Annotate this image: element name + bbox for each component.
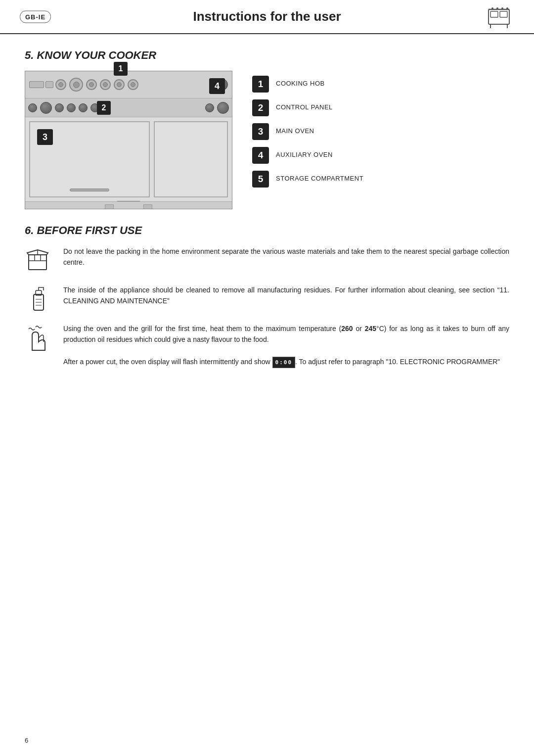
cooker-diagram: 1 <box>25 71 232 209</box>
before-item-2: The inside of the appliance should be cl… <box>25 284 509 314</box>
packing-icon <box>25 246 54 276</box>
before-text-3: Using the oven and the grill for the fir… <box>63 323 509 368</box>
legend-badge-2: 2 <box>252 99 269 116</box>
before-item-3: Using the oven and the grill for the fir… <box>25 323 509 368</box>
control-panel: 2 <box>25 98 232 117</box>
legend-badge-5: 5 <box>252 171 269 188</box>
diagram-label-3: 3 <box>37 129 53 145</box>
svg-rect-2 <box>500 11 507 17</box>
section5-heading: 5. KNOW YOUR COOKER <box>25 49 509 62</box>
page-header: GB-IE Instructions for the user <box>0 0 534 34</box>
legend-badge-4: 4 <box>252 147 269 164</box>
diagram-label-2: 2 <box>97 101 111 115</box>
page-title: Instructions for the user <box>193 9 341 24</box>
digital-display: 0:00 <box>272 357 296 369</box>
diagram-label-1: 1 <box>114 62 128 76</box>
before-item-1: Do not leave the packing in the home env… <box>25 246 509 276</box>
aux-oven-door: 4 <box>154 121 228 197</box>
region-badge: GB-IE <box>20 10 51 23</box>
svg-point-5 <box>496 7 498 9</box>
temp-245: 245 <box>365 325 376 332</box>
svg-rect-1 <box>490 11 498 17</box>
cooker-hob <box>25 71 232 98</box>
appliance-icon <box>487 4 514 29</box>
svg-point-7 <box>506 7 508 9</box>
temp-260: 260 <box>341 325 353 332</box>
page-content: 5. KNOW YOUR COOKER 1 <box>0 34 534 388</box>
oven-body: 3 4 <box>25 117 232 201</box>
storage-compartment: 5 <box>25 201 232 209</box>
page-number: 6 <box>25 737 28 744</box>
main-oven-door: 3 <box>29 121 150 197</box>
legend-item-4: 4 AUXILIARY OVEN <box>252 147 509 164</box>
legend-item-5: 5 STORAGE COMPARTMENT <box>252 171 509 188</box>
oven-heat-icon <box>25 323 54 353</box>
cooker-image: 2 3 <box>25 71 232 209</box>
know-cooker-section: 1 <box>25 71 509 209</box>
legend-label-5: STORAGE COMPARTMENT <box>276 171 363 182</box>
legend-item-1: 1 COOKING HOB <box>252 76 509 93</box>
before-text-2: The inside of the appliance should be cl… <box>63 284 509 307</box>
legend-label-3: MAIN OVEN <box>276 123 314 135</box>
legend-label-1: COOKING HOB <box>276 76 325 87</box>
legend-badge-3: 3 <box>252 123 269 140</box>
legend-item-2: 2 CONTROL PANEL <box>252 99 509 116</box>
diagram-label-4: 4 <box>209 78 225 94</box>
cleaning-icon <box>25 284 54 314</box>
legend-label-2: CONTROL PANEL <box>276 99 333 111</box>
svg-point-4 <box>491 7 493 9</box>
section6-heading: 6. BEFORE FIRST USE <box>25 224 509 237</box>
legend-item-3: 3 MAIN OVEN <box>252 123 509 140</box>
section6: 6. BEFORE FIRST USE Do not <box>25 224 509 368</box>
before-first-use-items: Do not leave the packing in the home env… <box>25 246 509 368</box>
svg-rect-10 <box>29 255 46 270</box>
before-text-1: Do not leave the packing in the home env… <box>63 246 509 268</box>
legend-badge-1: 1 <box>252 76 269 93</box>
hob-burners <box>53 78 216 92</box>
cooker-legend: 1 COOKING HOB 2 CONTROL PANEL 3 MAIN OVE… <box>252 71 509 209</box>
svg-point-6 <box>501 7 503 9</box>
legend-label-4: AUXILIARY OVEN <box>276 147 333 158</box>
